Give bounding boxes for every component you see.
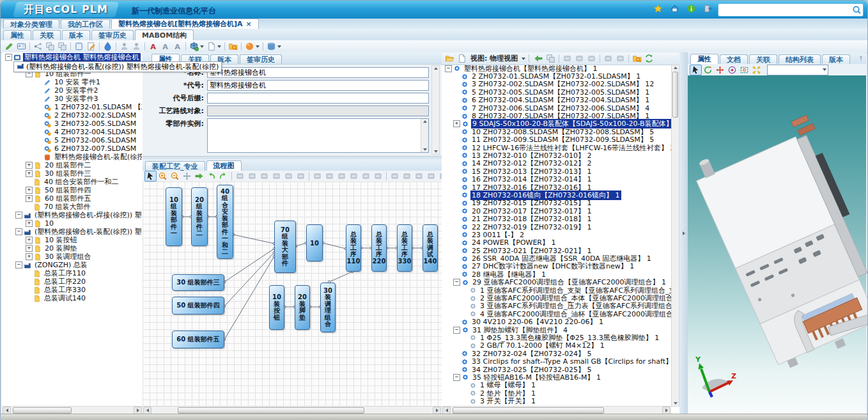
view-selector-label[interactable]: 视图: 物理视图	[470, 54, 518, 63]
match-width-button[interactable]	[336, 171, 348, 182]
share-button[interactable]	[32, 41, 44, 52]
equal-height-button[interactable]	[295, 171, 307, 182]
expand-icon[interactable]: +	[26, 220, 33, 227]
pointer-button[interactable]	[144, 171, 157, 182]
clipboard-button[interactable]	[73, 41, 85, 52]
tab-1[interactable]: 文档	[720, 54, 748, 64]
diagram-node[interactable]: 10装按钮	[269, 285, 284, 330]
expand-icon[interactable]: +	[26, 253, 33, 260]
field-input-4[interactable]	[207, 118, 429, 153]
tab-1[interactable]: 流程图	[206, 160, 242, 171]
scroll-down-icon[interactable]	[434, 150, 438, 153]
copy-structure-button[interactable]	[44, 41, 56, 52]
scroll-down-icon[interactable]	[674, 402, 678, 405]
structure-vscrollbar[interactable]	[671, 65, 679, 407]
tab-1[interactable]: 我的工作区	[61, 19, 110, 29]
panel-splitter[interactable]	[679, 52, 688, 414]
tree-item[interactable]: 3 开关【开关】 1	[442, 397, 542, 405]
collapse-icon[interactable]: −	[453, 374, 460, 381]
diagram-node[interactable]: 60 组装部件五	[172, 331, 224, 348]
document-button[interactable]	[456, 53, 468, 64]
chevron-down-icon[interactable]	[823, 68, 826, 71]
collapse-icon[interactable]: −	[453, 327, 460, 334]
logout-button[interactable]	[702, 3, 714, 14]
diagram-node[interactable]: 70组装大部件	[274, 221, 296, 273]
diagram-node[interactable]: 30 组装部件三	[172, 274, 224, 291]
shrink-button[interactable]	[425, 171, 437, 182]
scroll-thumb[interactable]	[672, 72, 678, 118]
global-search[interactable]	[718, 3, 864, 17]
diagram-node[interactable]: 50 组装部件四	[172, 297, 224, 315]
view-config-select[interactable]	[767, 65, 828, 75]
equal-width-button[interactable]	[283, 171, 295, 182]
fit-yellow-button[interactable]	[750, 65, 763, 75]
align-right-button[interactable]	[270, 171, 283, 182]
font-red-button[interactable]: A	[147, 41, 159, 52]
back-green-button[interactable]	[532, 53, 545, 64]
expand-icon[interactable]: +	[453, 120, 460, 127]
diagram-node[interactable]: 20装脚垫	[295, 285, 310, 330]
diagram-node[interactable]: 总装工序220	[371, 224, 387, 272]
copy-gray-button[interactable]	[545, 53, 557, 64]
tab-0[interactable]: 属性	[3, 30, 31, 40]
diagram-node[interactable]: 总装工序110	[346, 224, 361, 272]
tree-item[interactable]: 总装调试140	[3, 294, 92, 302]
edit-doc-button[interactable]	[85, 41, 97, 52]
tab-4[interactable]: MABOM结构	[135, 29, 194, 40]
align-top-button[interactable]	[234, 171, 246, 182]
pan-button[interactable]	[181, 171, 193, 182]
drop-blue-button[interactable]	[102, 41, 114, 52]
collapse-icon[interactable]: −	[5, 54, 12, 61]
page-button[interactable]	[205, 41, 222, 52]
tab-0[interactable]: 对象分类管理	[3, 19, 59, 29]
expand-icon[interactable]: +	[26, 245, 33, 252]
grow-button[interactable]	[413, 171, 425, 182]
tab-close-icon[interactable]: ×	[246, 20, 252, 28]
search-folder-button[interactable]	[631, 53, 643, 64]
grid-button[interactable]	[614, 53, 626, 64]
user-gray-button[interactable]	[130, 41, 143, 52]
star-button[interactable]	[652, 3, 664, 14]
ball-button[interactable]	[244, 41, 261, 52]
collapse-icon[interactable]: −	[15, 261, 22, 268]
font-gray-button[interactable]: A	[171, 41, 183, 52]
match-height-button[interactable]	[348, 171, 360, 182]
edit-pencil-button[interactable]	[3, 41, 15, 52]
diagram-node[interactable]: 10组装部件一	[166, 187, 182, 246]
group-button[interactable]	[360, 171, 372, 182]
orbit-button[interactable]	[726, 65, 738, 75]
global-search-input[interactable]	[720, 4, 852, 15]
field-input-3[interactable]	[207, 105, 429, 116]
grid-button[interactable]	[585, 53, 598, 64]
diagram-node[interactable]: 总装工序330	[397, 224, 412, 272]
tab-3[interactable]: 签审历史	[91, 30, 134, 40]
fit-window-button[interactable]	[372, 171, 384, 182]
diagram-node[interactable]: 40组合安装部件一和二	[217, 185, 233, 259]
zoom-window-button[interactable]	[738, 65, 750, 75]
expand-icon[interactable]: +	[26, 162, 33, 169]
space-v-button[interactable]	[323, 171, 336, 182]
font-gray-button[interactable]: A	[159, 41, 171, 52]
tab-1[interactable]: 关联	[33, 30, 61, 40]
home-button[interactable]	[669, 3, 681, 14]
grid-button[interactable]	[573, 53, 585, 64]
flow-diagram-canvas[interactable]: 10组装部件一20组装部件二40组合安装部件一和二70组装大部件10总装工序11…	[143, 182, 442, 407]
align-bottom-button[interactable]	[246, 171, 258, 182]
cube-button[interactable]	[188, 41, 205, 52]
tab-2[interactable]: 塑料热熔接铆合机[塑料热熔接铆合机]A×	[111, 19, 259, 29]
tab-4[interactable]: 版本	[822, 54, 850, 64]
diagram-node[interactable]: 10	[306, 224, 323, 261]
info-button[interactable]	[685, 3, 697, 14]
collapse-icon[interactable]: −	[15, 228, 22, 235]
tab-2[interactable]: 版本	[62, 30, 90, 40]
space-h-button[interactable]	[311, 171, 323, 182]
rotate-button[interactable]	[702, 65, 714, 75]
move-button[interactable]	[714, 65, 726, 75]
grid-button[interactable]	[602, 53, 614, 64]
3d-viewport[interactable]: Y Z	[688, 75, 866, 414]
scroll-up-icon[interactable]	[434, 67, 438, 70]
collapse-icon[interactable]: −	[445, 65, 452, 72]
collapse-icon[interactable]: −	[453, 279, 460, 286]
tab-0[interactable]: 装配工艺_专业	[145, 161, 205, 171]
expand-icon[interactable]: +	[26, 237, 33, 244]
